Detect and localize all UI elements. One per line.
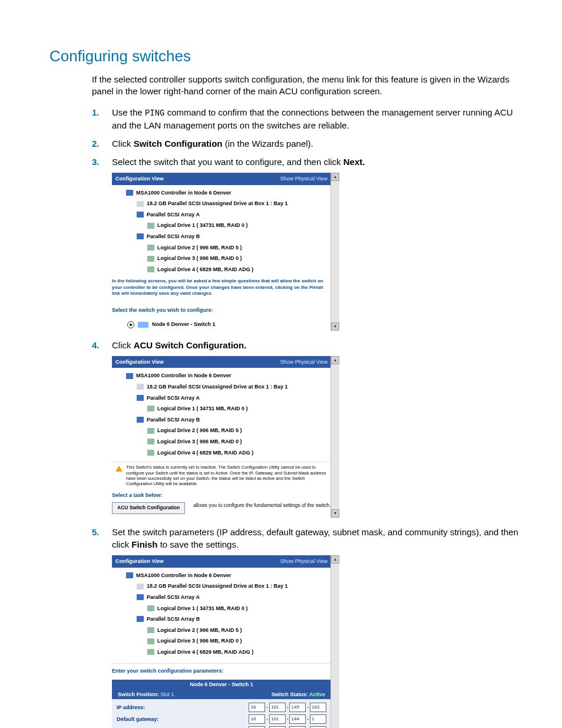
tree-logical-drive-2[interactable]: Logical Drive 2 ( 996 MB, RAID 5 )	[147, 242, 325, 253]
gw-octet-3[interactable]: 144	[289, 714, 306, 724]
screenshot-select-switch: ▴ ▾ Configuration View Show Physical Vie…	[112, 173, 331, 331]
drive-icon	[137, 384, 144, 390]
step-3: 3. Select the switch that you want to co…	[92, 156, 518, 331]
form-title: Node 6 Denver - Switch 1	[112, 680, 331, 690]
step-number: 2.	[92, 137, 107, 150]
scroll-up-icon[interactable]: ▴	[331, 356, 339, 364]
ip-octet-1[interactable]: 16	[249, 703, 265, 712]
controller-icon	[126, 190, 133, 196]
controller-icon	[126, 572, 133, 578]
wizard-intro-text: In the following screens, you will be as…	[112, 278, 331, 300]
array-icon	[137, 395, 144, 401]
device-tree: MSA1000 Controller in Node 6 Denver 18.2…	[112, 568, 331, 661]
tree-unassigned-drive[interactable]: 18.2 GB Parallel SCSI Unassigned Drive a…	[137, 381, 325, 393]
logical-drive-icon	[147, 649, 154, 655]
switch-icon	[138, 322, 148, 328]
switch-radio-option[interactable]: Node 6 Denver - Switch 1	[112, 315, 331, 331]
step-text: Select the switch that you want to confi…	[112, 157, 365, 167]
tree-logical-drive-1[interactable]: Logical Drive 1 ( 34731 MB, RAID 0 )	[147, 220, 325, 231]
tree-controller[interactable]: MSA1000 Controller in Node 6 Denver	[126, 187, 325, 199]
tree-logical-drive-3[interactable]: Logical Drive 3 ( 996 MB, RAID 0 )	[147, 253, 325, 264]
step-number: 5.	[92, 526, 107, 538]
ip-octet-2[interactable]: 101	[269, 703, 286, 712]
tree-logical-drive-3[interactable]: Logical Drive 3 ( 996 MB, RAID 0 )	[147, 635, 325, 647]
tree-controller[interactable]: MSA1000 Controller in Node 6 Denver	[126, 370, 325, 381]
step-number: 4.	[92, 339, 107, 351]
document-page: Configuring switches If the selected con…	[0, 0, 562, 728]
tree-logical-drive-2[interactable]: Logical Drive 2 ( 996 MB, RAID 5 )	[147, 625, 325, 636]
tree-array-a[interactable]: Parallel SCSI Array A	[137, 209, 325, 220]
gw-octet-1[interactable]: 16	[249, 714, 265, 724]
lead-paragraph: If the selected controller supports swit…	[92, 74, 518, 98]
step-4: 4. Click ACU Switch Configuration. ▴ ▾ C…	[92, 339, 518, 518]
tree-array-b[interactable]: Parallel SCSI Array B	[137, 414, 325, 426]
select-switch-label: Select the switch you wish to configure:	[112, 303, 331, 315]
show-physical-view-link[interactable]: Show Physical View	[280, 558, 328, 565]
subnet-row: Subnet mask: 255. 255. 252. 0	[117, 725, 326, 728]
array-icon	[137, 594, 144, 600]
tree-logical-drive-4[interactable]: Logical Drive 4 ( 6829 MB, RAID ADG )	[147, 264, 325, 275]
tree-unassigned-drive[interactable]: 18.2 GB Parallel SCSI Unassigned Drive a…	[137, 581, 325, 592]
page-heading: Configuring switches	[49, 47, 518, 65]
scrollbar[interactable]: ▴ ▾	[330, 173, 339, 331]
tree-logical-drive-1[interactable]: Logical Drive 1 ( 34731 MB, RAID 0 )	[147, 603, 325, 614]
task-description: allows you to configure the fundamental …	[193, 502, 330, 509]
show-physical-view-link[interactable]: Show Physical View	[280, 175, 328, 183]
drive-icon	[137, 584, 144, 589]
scroll-down-icon[interactable]: ▾	[331, 322, 339, 331]
task-block: Select a task below: ACU Switch Configur…	[112, 489, 331, 518]
tree-array-b[interactable]: Parallel SCSI Array B	[137, 231, 325, 242]
show-physical-view-link[interactable]: Show Physical View	[280, 358, 328, 366]
array-icon	[137, 417, 144, 423]
tree-array-b[interactable]: Parallel SCSI Array B	[137, 614, 325, 625]
step-5: 5. Set the switch parameters (IP address…	[92, 526, 518, 728]
ip-address-row: IP address: 16. 101. 145. 162	[117, 701, 326, 713]
step-text: Click Switch Configuration (in the Wizar…	[112, 139, 313, 149]
gateway-row: Default gateway: 16. 101. 144. 1	[117, 713, 326, 725]
scrollbar[interactable]: ▴ ▾	[330, 356, 339, 518]
scroll-down-icon[interactable]: ▾	[331, 509, 339, 518]
tree-logical-drive-2[interactable]: Logical Drive 2 ( 996 MB, RAID 5 )	[147, 425, 325, 436]
warning-icon	[115, 466, 123, 472]
logical-drive-icon	[147, 627, 154, 633]
drive-icon	[137, 201, 144, 207]
select-task-label: Select a task below:	[112, 492, 331, 503]
tree-logical-drive-3[interactable]: Logical Drive 3 ( 996 MB, RAID 0 )	[147, 436, 325, 447]
logical-drive-icon	[147, 450, 154, 456]
tree-logical-drive-4[interactable]: Logical Drive 4 ( 6829 MB, RAID ADG )	[147, 647, 325, 658]
step-number: 3.	[92, 156, 107, 168]
gw-octet-2[interactable]: 101	[269, 714, 286, 724]
tree-unassigned-drive[interactable]: 18.2 GB Parallel SCSI Unassigned Drive a…	[137, 198, 325, 209]
logical-drive-icon	[147, 406, 154, 411]
device-tree: MSA1000 Controller in Node 6 Denver 18.2…	[112, 185, 331, 279]
acu-switch-configuration-button[interactable]: ACU Switch Configuration	[112, 502, 185, 514]
form-subheader: Switch Position: Slot 1 Switch Status: A…	[112, 690, 331, 700]
controller-icon	[126, 373, 133, 379]
configuration-view-header: Configuration View Show Physical View	[112, 555, 331, 568]
gw-octet-4[interactable]: 1	[310, 714, 326, 724]
device-tree: MSA1000 Controller in Node 6 Denver 18.2…	[112, 368, 331, 462]
ip-octet-3[interactable]: 145	[289, 703, 306, 712]
scroll-up-icon[interactable]: ▴	[331, 173, 339, 181]
configuration-view-header: Configuration View Show Physical View	[112, 356, 331, 368]
array-icon	[137, 212, 144, 218]
tree-array-a[interactable]: Parallel SCSI Array A	[137, 393, 325, 404]
scroll-up-icon[interactable]: ▴	[331, 555, 339, 564]
tree-controller[interactable]: MSA1000 Controller in Node 6 Denver	[126, 570, 325, 581]
configuration-view-header: Configuration View Show Physical View	[112, 173, 331, 185]
ip-octet-4[interactable]: 162	[310, 703, 326, 712]
array-icon	[137, 233, 144, 239]
logical-drive-icon	[147, 638, 154, 644]
tree-logical-drive-4[interactable]: Logical Drive 4 ( 6829 MB, RAID ADG )	[147, 447, 325, 459]
steps-list: 1. Use the PING command to confirm that …	[92, 106, 518, 729]
logical-drive-icon	[147, 245, 154, 251]
step-1: 1. Use the PING command to confirm that …	[92, 106, 518, 132]
tree-array-a[interactable]: Parallel SCSI Array A	[137, 592, 325, 603]
logical-drive-icon	[147, 266, 154, 272]
logical-drive-icon	[147, 223, 154, 229]
radio-icon[interactable]	[127, 321, 134, 328]
scrollbar[interactable]: ▴ ▾	[330, 555, 339, 728]
step-text: Set the switch parameters (IP address, d…	[112, 527, 518, 549]
tree-logical-drive-1[interactable]: Logical Drive 1 ( 34731 MB, RAID 0 )	[147, 403, 325, 414]
logical-drive-icon	[147, 256, 154, 262]
